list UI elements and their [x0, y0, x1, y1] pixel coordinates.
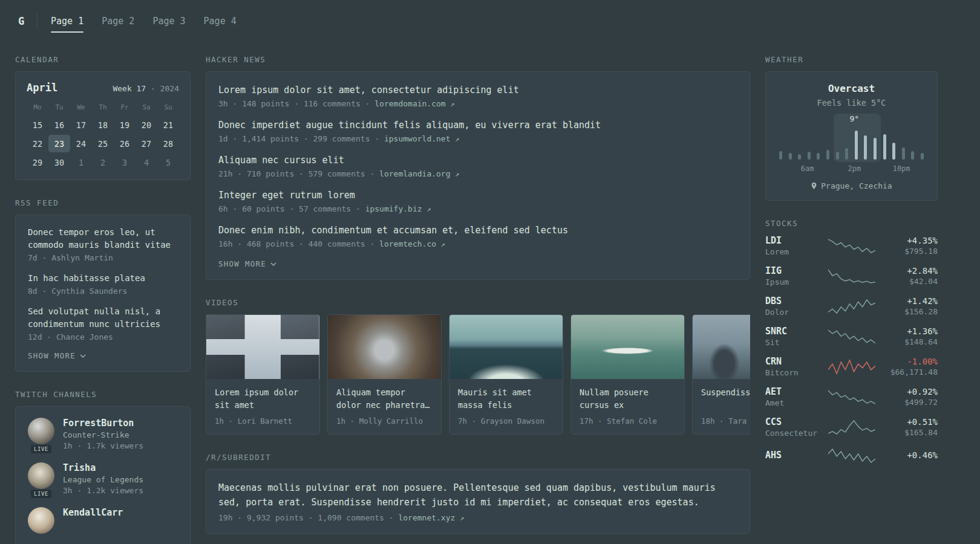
video-meta: 18h · Tara [701, 416, 750, 426]
twitch-channel[interactable]: LIVEForrestBurtonCounter-Strike1h · 1.7k… [28, 418, 178, 450]
video-card[interactable]: Aliquam tempor dolor nec pharetra…1h · M… [327, 314, 442, 435]
hn-item-domain[interactable]: loremlandia.org ↗ [379, 169, 459, 178]
hn-item-title[interactable]: Integer eget rutrum lorem [218, 189, 737, 202]
stock-change: +1.42% [880, 296, 938, 306]
stock-symbol: DBS [765, 296, 823, 306]
calendar-week-label: Week 17 [113, 84, 146, 93]
tab-page-2[interactable]: Page 2 [102, 13, 134, 30]
twitch-channel-name[interactable]: ForrestBurton [63, 418, 143, 429]
weather-bar [911, 151, 914, 160]
weather-bar [798, 154, 801, 160]
video-card[interactable]: Lorem ipsum dolor sit amet consectetu…1h… [206, 314, 320, 435]
weather-bar [921, 153, 924, 160]
hn-item-domain[interactable]: loremtech.co ↗ [379, 239, 445, 248]
twitch-channel-meta: 1h · 1.7k viewers [63, 441, 143, 450]
hn-item-domain[interactable]: ipsumify.biz ↗ [365, 204, 431, 213]
weather-bar [817, 153, 820, 160]
subreddit-post-title[interactable]: Maecenas mollis pulvinar erat non posuer… [218, 481, 737, 510]
twitch-channel-game[interactable]: Counter-Strike [63, 430, 143, 439]
video-title[interactable]: Aliquam tempor dolor nec pharetra… [336, 386, 433, 412]
twitch-avatar-wrap: LIVE [28, 462, 54, 495]
rss-item-meta: 7d · Ashlyn Martin [28, 253, 178, 262]
location-pin-icon [811, 182, 817, 190]
live-badge: LIVE [30, 489, 52, 499]
weather-bar [808, 152, 811, 160]
stock-row[interactable]: CCSConsectetur+0.51%$165.84 [765, 416, 938, 438]
top-nav: G Page 1Page 2Page 3Page 4 [0, 0, 980, 42]
stock-row[interactable]: DBSDolor+1.42%$156.28 [765, 296, 938, 317]
rss-item-title[interactable]: Sed volutpat nulla nisl, a condimentum n… [28, 305, 178, 331]
weather-bar [845, 148, 848, 160]
video-card[interactable]: Mauris sit amet massa felis7h · Grayson … [449, 314, 563, 435]
hn-item-title[interactable]: Aliquam nec cursus elit [218, 154, 737, 167]
hn-item-title[interactable]: Donec enim nibh, condimentum et accumsan… [218, 224, 737, 237]
stock-row[interactable]: AETAmet+0.92%$499.72 [765, 386, 938, 407]
video-title[interactable]: Mauris sit amet massa felis [458, 386, 554, 412]
subreddit-post-domain[interactable]: loremnet.xyz ↗ [398, 513, 464, 522]
tab-page-3[interactable]: Page 3 [152, 13, 185, 30]
video-title[interactable]: Nullam posuere cursus ex [580, 386, 676, 412]
stock-row[interactable]: LDILorem+4.35%$795.18 [765, 235, 938, 256]
weather-card: Overcast Feels like 5°C 9° 6am2pm10pm Pr… [765, 71, 938, 201]
stock-values: +1.36%$148.64 [880, 326, 938, 346]
hn-item: Lorem ipsum dolor sit amet, consectetur … [218, 84, 737, 108]
stock-row[interactable]: AHS+0.46% [765, 447, 938, 465]
calendar-weekday: Su [157, 103, 179, 111]
stock-id: SNRCSit [765, 326, 823, 347]
hn-item-stats: 16h · 468 points · 440 comments · [218, 239, 379, 248]
stock-sparkline [828, 328, 875, 346]
twitch-channel-game[interactable]: League of Legends [63, 475, 143, 484]
weather-bar [836, 152, 839, 160]
stock-change: +0.92% [880, 387, 938, 397]
hn-show-more-button[interactable]: SHOW MORE [218, 259, 737, 268]
rss-show-more-label: SHOW MORE [28, 351, 76, 360]
hackernews-widget: HACKER NEWS Lorem ipsum dolor sit amet, … [206, 55, 750, 280]
rss-item-title[interactable]: Donec tempor eros leo, ut commodo mauris… [28, 226, 178, 251]
stocks-widget: STOCKS LDILorem+4.35%$795.18IIGIpsum+2.8… [765, 219, 938, 465]
weather-bar [789, 153, 792, 160]
calendar-month: April [27, 82, 57, 94]
calendar-day: 25 [92, 135, 114, 152]
calendar-weekdays: MoTuWeThFrSaSu [27, 103, 179, 111]
videos-heading: VIDEOS [206, 298, 750, 307]
twitch-channel-name[interactable]: KendallCarr [63, 507, 123, 518]
stock-values: +4.35%$795.18 [880, 236, 938, 256]
hn-item-domain[interactable]: loremdomain.com ↗ [374, 99, 454, 108]
tab-page-4[interactable]: Page 4 [204, 13, 237, 30]
stock-sparkline [828, 447, 875, 465]
stock-row[interactable]: SNRCSit+1.36%$148.64 [765, 326, 938, 347]
stock-row[interactable]: CRNBitcorn-1.00%$66,171.48 [765, 356, 938, 377]
twitch-channel-name[interactable]: Trisha [63, 462, 143, 473]
stock-name: Dolor [765, 308, 823, 317]
stock-values: +1.42%$156.28 [880, 296, 938, 316]
video-title[interactable]: Suspendisse diam [701, 386, 750, 412]
hn-item-domain[interactable]: ipsumworld.net ↗ [384, 134, 460, 143]
rss-item-title[interactable]: In hac habitasse platea [28, 272, 178, 285]
video-card[interactable]: Suspendisse diam18h · Tara [692, 314, 750, 435]
rss-item: In hac habitasse platea8d · Cynthia Saun… [28, 272, 178, 296]
video-card-body: Nullam posuere cursus ex17h · Stefan Col… [571, 379, 684, 434]
videos-widget: VIDEOS Lorem ipsum dolor sit amet consec… [206, 298, 750, 435]
stock-values: +0.92%$499.72 [880, 387, 938, 407]
stock-row[interactable]: IIGIpsum+2.84%$42.04 [765, 265, 938, 287]
hn-item-meta: 6h · 60 points · 57 comments · ipsumify.… [218, 204, 737, 213]
calendar-day: 2 [92, 154, 114, 171]
calendar-card: April Week 17 · 2024 MoTuWeThFrSaSu 1516… [15, 71, 191, 180]
separator-dot: · [151, 84, 155, 93]
hn-item-title[interactable]: Lorem ipsum dolor sit amet, consectetur … [218, 84, 737, 97]
external-link-icon: ↗ [451, 100, 455, 108]
video-title[interactable]: Lorem ipsum dolor sit amet consectetu… [215, 386, 311, 412]
stock-sparkline [828, 267, 875, 285]
video-card[interactable]: Nullam posuere cursus ex17h · Stefan Col… [570, 314, 685, 435]
hn-item-title[interactable]: Donec imperdiet augue tincidunt felis al… [218, 119, 737, 132]
tab-page-1[interactable]: Page 1 [51, 13, 83, 30]
rss-show-more-button[interactable]: SHOW MORE [28, 351, 178, 360]
twitch-channel[interactable]: LIVETrishaLeague of Legends3h · 1.2k vie… [28, 462, 178, 495]
twitch-channel-meta: 3h · 1.2k viewers [63, 486, 143, 495]
chevron-down-icon [270, 262, 276, 266]
weather-heading: WEATHER [765, 55, 938, 64]
stock-price: $148.64 [880, 337, 938, 346]
twitch-channel-info: ForrestBurtonCounter-Strike1h · 1.7k vie… [63, 418, 143, 450]
twitch-channel[interactable]: KendallCarr [28, 507, 178, 534]
subreddit-post-meta: 19h · 9,932 points · 1,090 comments · lo… [218, 513, 737, 522]
